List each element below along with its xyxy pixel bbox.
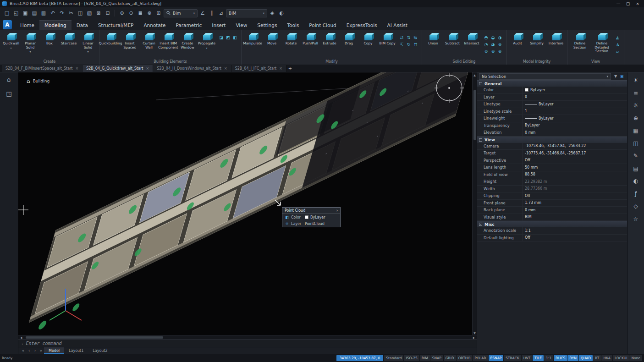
property-value[interactable]: Off	[525, 194, 530, 198]
Simplify[interactable]: Simplify	[527, 31, 546, 46]
home-icon[interactable]: ⌂	[7, 76, 11, 83]
close-icon[interactable]: ×	[75, 66, 78, 71]
measure-icon[interactable]: ⊿	[217, 9, 225, 17]
document-tab[interactable]: S2B_04_F_BIMInsertSpaces_alt_Start ×	[2, 65, 83, 72]
Linear Solid[interactable]: Linear Solid	[78, 31, 98, 53]
tool-mini-icon[interactable]: ◩	[225, 34, 231, 41]
Layout2[interactable]: Layout2	[88, 347, 112, 354]
Audit[interactable]: Audit	[508, 31, 527, 46]
save-as-icon[interactable]: ▤	[30, 9, 39, 17]
pin-panel-icon[interactable]: ▣	[619, 74, 625, 78]
tool-mini-icon[interactable]: ↻	[405, 41, 412, 48]
tool-mini-icon[interactable]: ◒	[490, 34, 496, 41]
selection-dropdown[interactable]: No Selection	[479, 73, 611, 80]
property-row[interactable]: Target -10775.46, -31466.84, -25687.17	[477, 150, 627, 157]
Push/Pull[interactable]: Push/Pull	[301, 31, 320, 46]
LOCKUI[interactable]: LOCKUI	[613, 355, 629, 361]
materials-icon[interactable]: ▦	[633, 127, 638, 134]
close-icon[interactable]: ×	[279, 66, 282, 71]
property-row[interactable]: Lineweight ByLayer	[477, 115, 627, 122]
None[interactable]: None	[629, 355, 642, 361]
tool-mini-icon[interactable]: ↸	[398, 41, 405, 48]
property-row[interactable]: Clipping Off	[477, 192, 627, 200]
property-value[interactable]: ByLayer	[539, 116, 554, 121]
tool-mini-icon[interactable]: ◧	[231, 34, 238, 41]
views-icon[interactable]: ◈	[268, 9, 276, 17]
property-row[interactable]: Transparency ByLayer	[477, 122, 627, 130]
property-row[interactable]: Camera -10758.46, -31457.84, -25633.22	[477, 143, 627, 150]
Annotate[interactable]: Annotate	[138, 20, 171, 30]
Move[interactable]: Move	[262, 31, 281, 46]
redo-icon[interactable]: ↷	[58, 9, 66, 17]
cut-icon[interactable]: ✂	[67, 9, 75, 17]
Settings[interactable]: Settings	[252, 20, 282, 30]
Parametric[interactable]: Parametric	[171, 20, 207, 30]
property-value[interactable]: 28.77366 m	[525, 186, 547, 191]
tool-mini-icon[interactable]: ◓	[483, 34, 490, 41]
next-layout-button[interactable]: ›	[32, 349, 38, 353]
layer-bulb-icon[interactable]: ☼	[285, 222, 289, 226]
command-line[interactable]: :	[18, 339, 477, 347]
Copy[interactable]: Copy	[358, 31, 378, 46]
tool-mini-icon[interactable]: ⇈	[412, 41, 419, 48]
DYN[interactable]: DYN	[567, 355, 578, 361]
Standard[interactable]: Standard	[384, 355, 403, 361]
property-row[interactable]: Linetype ByLayer	[477, 101, 627, 108]
scrollbar-thumb[interactable]	[26, 336, 163, 339]
property-row[interactable]: Layer 0	[477, 94, 627, 101]
constraints-icon[interactable]: ∥	[208, 9, 216, 17]
property-value[interactable]: BIM	[525, 215, 532, 219]
property-row[interactable]: Elevation 0 mm	[477, 129, 627, 137]
property-value[interactable]: 0	[525, 95, 527, 99]
Intersect[interactable]: Intersect	[462, 31, 481, 46]
tool-mini-icon[interactable]: ⇄	[398, 34, 405, 41]
property-row[interactable]: Perspective Off	[477, 157, 627, 165]
tool-mini-icon[interactable]: ◕	[490, 41, 496, 48]
property-row[interactable]: Visual style BIM	[477, 214, 627, 221]
Box[interactable]: Box	[40, 31, 59, 53]
scroll-left-icon[interactable]: ◀	[18, 336, 24, 339]
property-row[interactable]: Field of view 88.58	[477, 171, 627, 179]
color-swatch-icon[interactable]: ◧	[285, 215, 289, 219]
Curtain Wall[interactable]: Curtain Wall	[139, 31, 159, 49]
property-value[interactable]: ByLayer	[539, 102, 554, 106]
collapse-icon[interactable]	[479, 82, 482, 85]
property-value[interactable]: 50 mm	[525, 165, 538, 170]
ESNAP[interactable]: ESNAP	[489, 355, 504, 361]
property-row[interactable]: Height 23.29382 m	[477, 178, 627, 186]
document-tab[interactable]: S2B_04_H_DoorsWindows_alt_Start ×	[153, 65, 231, 72]
tool-mini-icon[interactable]: ◮	[614, 41, 621, 48]
model-viewport[interactable]: ⌂ Building Point Cloud › ◧ Color ByLayer	[18, 72, 477, 335]
document-tab[interactable]: S2B_04_G_Quickdraw_alt_Start ×	[83, 65, 153, 72]
tool-mini-icon[interactable]: ◔	[483, 41, 490, 48]
tool-mini-icon[interactable]: ◪	[218, 34, 225, 41]
property-value[interactable]: Off	[525, 236, 530, 240]
home-icon[interactable]: ⌂	[27, 78, 30, 84]
ISO-25[interactable]: ISO-25	[404, 355, 419, 361]
Quickwall[interactable]: Quickwall	[1, 31, 21, 53]
Model[interactable]: Model	[44, 347, 64, 354]
paste-icon[interactable]: ▧	[85, 9, 94, 17]
LWT[interactable]: LWT	[522, 355, 533, 361]
Define Detailed Section[interactable]: Define Detailed Section	[591, 31, 613, 54]
Define Section[interactable]: Define Section	[569, 31, 591, 54]
property-value[interactable]: 1:1	[525, 229, 531, 233]
QUAD[interactable]: QUAD	[579, 355, 593, 361]
property-value[interactable]: 0 mm	[525, 131, 535, 135]
Staircase[interactable]: Staircase	[59, 31, 78, 53]
structure-browser-icon[interactable]: ≡	[633, 90, 638, 96]
scroll-right-icon[interactable]: ▶	[471, 336, 477, 339]
last-layout-button[interactable]: »	[38, 349, 44, 353]
section-header-misc[interactable]: Misc	[477, 221, 627, 227]
close-icon[interactable]: ×	[224, 66, 227, 71]
ORTHO[interactable]: ORTHO	[457, 355, 473, 361]
undo-icon[interactable]: ↶	[49, 9, 57, 17]
close-button[interactable]: ×	[633, 1, 642, 6]
Point Cloud[interactable]: Point Cloud	[304, 20, 341, 30]
property-row[interactable]: Color ByLayer	[477, 87, 627, 94]
Insert[interactable]: Insert	[207, 20, 231, 30]
grid-icon[interactable]: ⊞	[154, 9, 163, 17]
collapse-icon[interactable]	[479, 138, 482, 142]
copy-icon[interactable]: ◫	[76, 9, 84, 17]
Interfere[interactable]: Interfere	[546, 31, 566, 46]
